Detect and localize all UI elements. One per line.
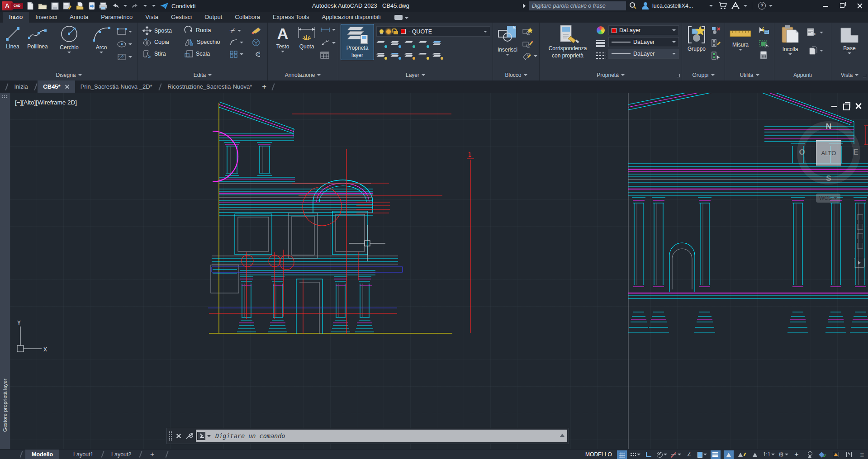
panel-label-blocco[interactable]: Blocco <box>493 72 539 78</box>
layer-unlock-tool-icon[interactable] <box>419 51 430 61</box>
rectangle-tool[interactable] <box>117 28 132 35</box>
layer-properties-button[interactable]: Proprietà layer <box>341 24 374 60</box>
edit-block-tool[interactable] <box>522 40 533 48</box>
insert-block-button[interactable]: Inserisci <box>495 25 520 56</box>
grid-toggle[interactable] <box>617 450 627 459</box>
viewport-controls-label[interactable]: [−][Alto][Wireframe 2D] <box>15 99 77 106</box>
save-icon[interactable] <box>51 2 59 10</box>
signed-in-user[interactable]: luca.castelliX4... <box>652 0 693 12</box>
command-history-caret[interactable] <box>207 435 211 437</box>
rectangle-dropdown-caret[interactable] <box>128 31 132 33</box>
base-view-button[interactable]: Base <box>836 26 863 54</box>
edit-attribute-tool[interactable] <box>522 52 537 60</box>
panel-label-utilita[interactable]: Utilità <box>725 72 774 78</box>
array-tool[interactable] <box>230 51 243 58</box>
customization-menu[interactable]: ≡ <box>857 450 867 459</box>
offset-tool[interactable] <box>251 51 261 58</box>
erase-tool[interactable] <box>251 26 262 34</box>
new-file-icon[interactable] <box>26 2 34 10</box>
file-tab-cb45[interactable]: CB45* <box>38 80 75 93</box>
file-tab-prin-sacrestia[interactable]: Prin_Sacrestia-Nuova _2D* <box>75 80 158 93</box>
hatch-dropdown-caret[interactable] <box>128 56 132 58</box>
annotation-scale-control[interactable]: 1:1 <box>763 450 775 459</box>
measure-dropdown-caret[interactable] <box>739 49 742 51</box>
restore-button[interactable] <box>835 0 850 12</box>
autodesk-logo-icon[interactable] <box>731 2 740 10</box>
save-as-icon[interactable] <box>63 2 72 10</box>
panel-label-appunti[interactable]: Appunti <box>774 72 831 78</box>
stretch-button[interactable]: Stira <box>142 50 166 58</box>
fillet-tool[interactable] <box>230 39 243 46</box>
command-input[interactable]: Digitare un comando <box>196 430 567 442</box>
mobile-publish-icon[interactable] <box>89 2 95 10</box>
trim-tool[interactable]: ✂ <box>230 26 241 35</box>
workspace-switch[interactable]: + <box>792 450 802 459</box>
command-line-window[interactable]: Digitare un comando <box>166 428 569 444</box>
new-layout-button[interactable]: + <box>144 450 161 459</box>
tab-express-tools[interactable]: Express Tools <box>266 12 316 23</box>
navigation-bar[interactable] <box>855 212 865 255</box>
mirror-button[interactable]: Specchio <box>184 38 220 46</box>
object-color-caret[interactable] <box>672 29 676 31</box>
text-dropdown-caret[interactable] <box>281 51 285 52</box>
help-search-box[interactable] <box>529 1 626 10</box>
layer-lock-icon[interactable] <box>419 39 430 49</box>
layer-match-icon[interactable] <box>391 39 402 49</box>
circle-dropdown-caret[interactable] <box>67 52 71 53</box>
close-button[interactable] <box>852 0 868 12</box>
move-button[interactable]: Sposta <box>142 26 172 35</box>
viewcube-east[interactable]: E <box>850 148 862 158</box>
copy-clip-caret[interactable] <box>820 50 823 52</box>
ellipse-dropdown-caret[interactable] <box>128 43 132 45</box>
ungroup-tool[interactable] <box>711 26 721 34</box>
help-dropdown-caret[interactable] <box>769 5 773 7</box>
calculator-tool[interactable] <box>759 51 768 60</box>
panel-label-vista[interactable]: Vista <box>831 72 868 78</box>
annotation-settings[interactable]: ⚙ <box>778 450 788 459</box>
vista-dialog-launcher[interactable] <box>863 74 866 77</box>
polyline-button[interactable]: Polilinea <box>24 25 52 50</box>
linetype-caret[interactable] <box>672 53 676 55</box>
tab-output[interactable]: Output <box>198 12 228 23</box>
lineweight-icon[interactable] <box>596 39 605 48</box>
search-input[interactable] <box>529 1 626 10</box>
explode-tool[interactable] <box>251 38 260 47</box>
dim-linear-tool[interactable] <box>320 27 336 33</box>
tab-gestisci[interactable]: Gestisci <box>165 12 198 23</box>
table-tool[interactable] <box>320 52 329 59</box>
layer-unisolate-icon[interactable] <box>377 51 388 61</box>
file-tab-inizia[interactable]: Inizia <box>9 80 33 93</box>
insert-dropdown-caret[interactable] <box>506 54 509 56</box>
layer-delete-icon[interactable] <box>433 51 444 61</box>
layer-freeze-icon[interactable] <box>405 39 416 49</box>
snap-toggle[interactable] <box>630 450 640 459</box>
array-dropdown-caret[interactable] <box>240 53 243 55</box>
user-dropdown-caret[interactable] <box>709 5 713 7</box>
drawing-minimize-icon[interactable] <box>830 102 840 110</box>
lineweight-caret[interactable] <box>672 41 676 43</box>
leader-caret[interactable] <box>332 42 336 44</box>
navigation-bar-expand[interactable] <box>854 258 865 268</box>
layer-dropdown-caret[interactable] <box>484 31 487 33</box>
tab-collabora[interactable]: Collabora <box>228 12 266 23</box>
graphics-performance-toggle[interactable]: ✓ <box>818 450 828 459</box>
object-snap-toggle[interactable] <box>724 450 734 459</box>
palette-grip[interactable] <box>2 95 8 99</box>
redo-icon[interactable] <box>131 3 139 9</box>
drawing-close-icon[interactable] <box>854 102 864 110</box>
isometric-drafting-toggle[interactable]: ∠ <box>684 450 694 459</box>
layer-thaw-all-icon[interactable] <box>405 51 416 61</box>
leader-tool[interactable] <box>320 40 336 46</box>
viewcube-west[interactable]: O <box>796 148 808 158</box>
undo-icon[interactable] <box>111 3 119 9</box>
edit-group-tool[interactable] <box>711 39 721 47</box>
file-tab-ricostruzione[interactable]: Ricostruzione_Sacrestia-Nuova* <box>162 80 257 93</box>
tab-applicazioni[interactable]: Applicazioni disponibili <box>316 12 387 23</box>
help-icon[interactable]: ? <box>758 2 766 9</box>
hardware-acceleration-toggle[interactable] <box>831 450 841 459</box>
panel-label-layer[interactable]: Layer <box>338 72 493 78</box>
dynamic-ucs-toggle[interactable] <box>697 450 707 459</box>
panel-label-proprieta[interactable]: Proprietà <box>540 72 682 78</box>
select-all-tool[interactable] <box>759 39 769 48</box>
model-space-label[interactable]: MODELLO <box>585 451 612 458</box>
